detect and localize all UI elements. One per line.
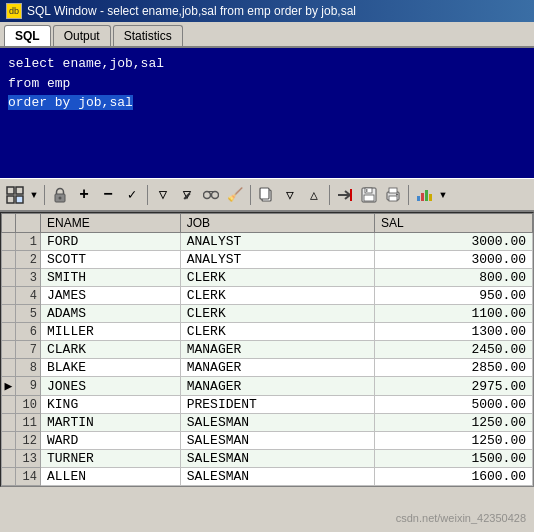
row-indicator: [2, 341, 16, 359]
svg-rect-26: [425, 190, 428, 201]
table-row[interactable]: 10KINGPRESIDENT5000.00: [2, 396, 533, 414]
cell-ename: SCOTT: [41, 251, 181, 269]
row-indicator: [2, 251, 16, 269]
cell-job: SALESMAN: [180, 432, 374, 450]
cell-job: CLERK: [180, 269, 374, 287]
row-indicator: [2, 305, 16, 323]
filter-clear-button[interactable]: ▽: [176, 184, 198, 206]
sql-editor[interactable]: select ename,job,sal from emp order by j…: [0, 48, 534, 178]
table-row[interactable]: 8BLAKEMANAGER2850.00: [2, 359, 533, 377]
clear-button[interactable]: 🧹: [224, 184, 246, 206]
cell-ename: KING: [41, 396, 181, 414]
sep5: [408, 185, 409, 205]
row-number: 9: [16, 377, 41, 396]
row-indicator: [2, 450, 16, 468]
cell-ename: JAMES: [41, 287, 181, 305]
row-number: 7: [16, 341, 41, 359]
table-row[interactable]: 4JAMESCLERK950.00: [2, 287, 533, 305]
sep1: [44, 185, 45, 205]
cell-sal: 2975.00: [375, 377, 533, 396]
row-indicator: [2, 287, 16, 305]
table-row[interactable]: 13TURNERSALESMAN1500.00: [2, 450, 533, 468]
table-row[interactable]: 12WARDSALESMAN1250.00: [2, 432, 533, 450]
cell-job: SALESMAN: [180, 450, 374, 468]
cell-ename: ALLEN: [41, 468, 181, 486]
check-button[interactable]: ✓: [121, 184, 143, 206]
table-row[interactable]: ▶9JONESMANAGER2975.00: [2, 377, 533, 396]
save-button[interactable]: [358, 184, 380, 206]
table-row[interactable]: 6MILLERCLERK1300.00: [2, 323, 533, 341]
cell-ename: FORD: [41, 233, 181, 251]
row-number: 2: [16, 251, 41, 269]
sep4: [329, 185, 330, 205]
cell-ename: MILLER: [41, 323, 181, 341]
table-header: ENAME JOB SAL: [2, 214, 533, 233]
copy-button[interactable]: [255, 184, 277, 206]
tab-bar: SQLOutputStatistics: [0, 22, 534, 48]
window-title: SQL Window - select ename,job,sal from e…: [27, 4, 356, 18]
cell-ename: MARTIN: [41, 414, 181, 432]
results-table: ENAME JOB SAL 1FORDANALYST3000.002SCOTTA…: [1, 213, 533, 486]
cell-ename: TURNER: [41, 450, 181, 468]
table-row[interactable]: 11MARTINSALESMAN1250.00: [2, 414, 533, 432]
chart-dropdown-arrow[interactable]: ▾: [437, 184, 449, 206]
cell-job: MANAGER: [180, 359, 374, 377]
col-job: JOB: [180, 214, 374, 233]
print-button[interactable]: [382, 184, 404, 206]
svg-rect-21: [389, 196, 397, 201]
export-button[interactable]: [334, 184, 356, 206]
cell-sal: 1600.00: [375, 468, 533, 486]
row-number: 3: [16, 269, 41, 287]
row-number: 5: [16, 305, 41, 323]
cell-sal: 950.00: [375, 287, 533, 305]
row-indicator: [2, 468, 16, 486]
table-row[interactable]: 1FORDANALYST3000.00: [2, 233, 533, 251]
toolbar-grid-btn[interactable]: [4, 184, 26, 206]
add-button[interactable]: +: [73, 184, 95, 206]
cell-job: SALESMAN: [180, 468, 374, 486]
col-rownum: [16, 214, 41, 233]
row-number: 1: [16, 233, 41, 251]
chart-button[interactable]: [413, 184, 435, 206]
scroll-up-button[interactable]: △: [303, 184, 325, 206]
cell-job: CLERK: [180, 287, 374, 305]
col-ename: ENAME: [41, 214, 181, 233]
table-row[interactable]: 5ADAMSCLERK1100.00: [2, 305, 533, 323]
search-button[interactable]: [200, 184, 222, 206]
lock-button[interactable]: [49, 184, 71, 206]
cell-job: MANAGER: [180, 341, 374, 359]
scroll-down-button[interactable]: ▽: [279, 184, 301, 206]
title-bar: db SQL Window - select ename,job,sal fro…: [0, 0, 534, 22]
col-indicator: [2, 214, 16, 233]
tab-output[interactable]: Output: [53, 25, 111, 46]
cell-ename: WARD: [41, 432, 181, 450]
remove-button[interactable]: −: [97, 184, 119, 206]
row-indicator: [2, 432, 16, 450]
cell-job: CLERK: [180, 305, 374, 323]
sep3: [250, 185, 251, 205]
svg-rect-18: [364, 195, 374, 201]
table-row[interactable]: 7CLARKMANAGER2450.00: [2, 341, 533, 359]
cell-sal: 1250.00: [375, 414, 533, 432]
row-indicator: ▶: [2, 377, 16, 396]
table-row[interactable]: 3SMITHCLERK800.00: [2, 269, 533, 287]
cell-sal: 1100.00: [375, 305, 533, 323]
tab-statistics[interactable]: Statistics: [113, 25, 183, 46]
svg-rect-1: [16, 187, 23, 194]
row-number: 10: [16, 396, 41, 414]
cell-job: CLERK: [180, 323, 374, 341]
app-icon: db: [6, 3, 22, 19]
cell-sal: 1300.00: [375, 323, 533, 341]
row-indicator: [2, 323, 16, 341]
cell-sal: 1500.00: [375, 450, 533, 468]
tab-sql[interactable]: SQL: [4, 25, 51, 46]
grid-dropdown-arrow[interactable]: ▾: [28, 184, 40, 206]
table-row[interactable]: 2SCOTTANALYST3000.00: [2, 251, 533, 269]
table-body: 1FORDANALYST3000.002SCOTTANALYST3000.003…: [2, 233, 533, 486]
cell-job: MANAGER: [180, 377, 374, 396]
data-grid[interactable]: ENAME JOB SAL 1FORDANALYST3000.002SCOTTA…: [0, 212, 534, 487]
table-row[interactable]: 14ALLENSALESMAN1600.00: [2, 468, 533, 486]
svg-rect-25: [421, 193, 424, 201]
cell-sal: 800.00: [375, 269, 533, 287]
filter-down-button[interactable]: ▽: [152, 184, 174, 206]
